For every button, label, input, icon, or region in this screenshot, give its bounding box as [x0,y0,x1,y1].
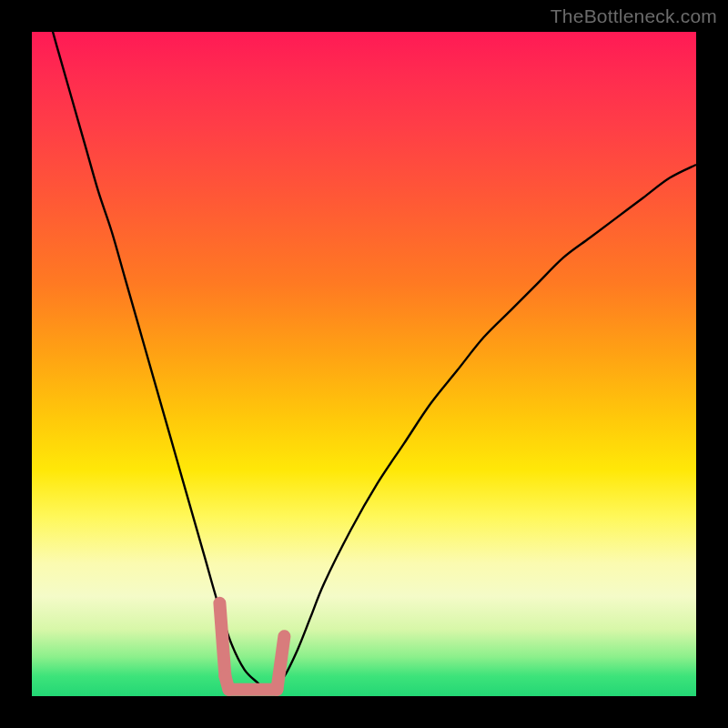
plot-area [32,32,696,696]
watermark-text: TheBottleneck.com [551,5,717,27]
bottleneck-curve [32,32,696,691]
curve-layer [32,32,696,696]
svg-line-3 [277,636,284,689]
chart-frame: TheBottleneck.com [0,0,728,728]
svg-line-0 [219,603,225,676]
